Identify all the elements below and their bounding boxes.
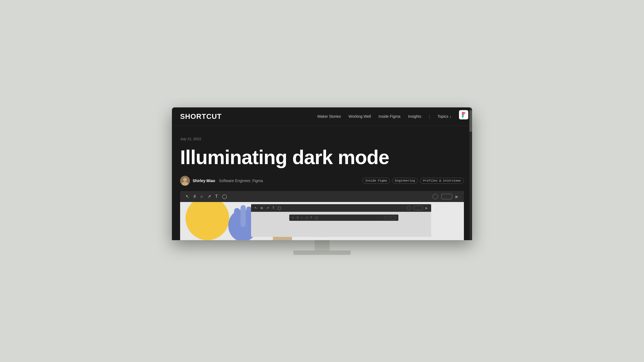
t2-select: ↖ <box>292 216 294 219</box>
author-row: Shirley Miao Software Engineer, Figma In… <box>180 176 464 186</box>
scrollbar-thumb[interactable] <box>469 110 472 132</box>
nav-maker-stories[interactable]: Maker Stories <box>317 114 341 119</box>
tag-inside-figma[interactable]: Inside Figma <box>362 178 390 184</box>
svg-rect-8 <box>246 206 251 227</box>
article-title: Illuminating dark mode <box>180 147 426 167</box>
monitor-wrapper: SHORTCUT Maker Stories Working Well Insi… <box>172 107 472 255</box>
t2-text: T <box>311 216 312 219</box>
toolbar-play-btn[interactable]: ▶ <box>455 194 458 199</box>
nested-tool-select: ↖ <box>254 206 257 210</box>
nested-circle-btn <box>407 206 411 210</box>
topics-label: Topics <box>437 114 448 119</box>
nested-tool-bubble: ◯ <box>278 206 281 210</box>
topics-arrow: ↓ <box>449 114 451 119</box>
nav-insights[interactable]: Insights <box>408 114 421 119</box>
author-info: Shirley Miao Software Engineer, Figma <box>180 176 263 186</box>
nested-play-btn: ▶ <box>425 206 428 210</box>
tool-grid[interactable]: # <box>193 194 196 199</box>
nested-toolbar-1: ↖ ⊕ ↗ T ◯ ▶ <box>251 204 431 212</box>
nested-tool-text: T <box>272 206 274 210</box>
figma-mockup: ↖ # ○ ↗ T ◯ ▶ <box>180 191 464 240</box>
site-logo[interactable]: SHORTCUT <box>180 112 222 121</box>
nested-canvas-1: ↖ # ○ ↗ T ◯ <box>251 212 431 237</box>
toolbar-tools-right: ▶ <box>433 194 458 199</box>
t2-circle: ○ <box>301 216 303 219</box>
tool-text[interactable]: T <box>215 194 218 199</box>
nav-inside-figma[interactable]: Inside Figma <box>378 114 400 119</box>
nested-tool-pen2: ↗ <box>266 206 269 210</box>
tag-engineering[interactable]: Engineering <box>392 178 418 184</box>
article-date: July 21, 2022 <box>180 137 464 141</box>
article-tags: Inside Figma Engineering Profiles & inte… <box>362 178 464 184</box>
tool-select[interactable]: ↖ <box>186 194 189 199</box>
nav-working-well[interactable]: Working Well <box>348 114 371 119</box>
author-name: Shirley Miao <box>193 179 215 183</box>
yellow-circle <box>186 202 229 240</box>
toolbar-rect-btn[interactable] <box>441 194 452 199</box>
tool-chat[interactable]: ◯ <box>222 194 227 199</box>
article-area: July 21, 2022 Illuminating dark mode Shi… <box>172 126 472 240</box>
tag-profiles-interviews[interactable]: Profiles & interviews <box>420 178 464 184</box>
figma-canvas: ↖ ⊕ ↗ T ◯ ▶ <box>180 202 464 240</box>
t2-bubble: ◯ <box>315 216 318 219</box>
tool-circle[interactable]: ○ <box>200 194 203 199</box>
svg-rect-6 <box>234 208 240 228</box>
toolbar-tools-left: ↖ # ○ ↗ T ◯ <box>186 194 227 199</box>
figma-nested-window-2: ↖ # ○ ↗ T ◯ <box>289 215 398 221</box>
tool-pen[interactable]: ↗ <box>207 194 211 199</box>
t2-pen: ↗ <box>306 216 308 219</box>
nested-toolbar-2: ↖ # ○ ↗ T ◯ <box>289 215 398 221</box>
figma-toolbar-outer: ↖ # ○ ↗ T ◯ ▶ <box>180 191 464 202</box>
svg-point-3 <box>183 178 187 182</box>
monitor-stand-base <box>293 251 351 255</box>
figma-app-icon <box>459 110 468 119</box>
nav-divider: | <box>429 114 430 119</box>
figma-nested-window-1: ↖ ⊕ ↗ T ◯ ▶ <box>251 204 431 237</box>
nested-tool-cross: ⊕ <box>260 206 263 210</box>
nav-right: Maker Stories Working Well Inside Figma … <box>317 113 464 120</box>
nav-topics-dropdown[interactable]: Topics ↓ <box>437 114 451 119</box>
t2-circle-btn <box>384 216 387 219</box>
monitor-stand-neck <box>315 240 330 251</box>
svg-rect-7 <box>240 205 246 227</box>
toolbar-circle-btn[interactable] <box>433 194 438 199</box>
monitor-screen: SHORTCUT Maker Stories Working Well Insi… <box>172 107 472 240</box>
t2-hash: # <box>297 216 299 219</box>
author-role: Software Engineer, Figma <box>219 179 263 183</box>
author-avatar <box>180 176 190 186</box>
nested-rect-btn <box>414 206 423 210</box>
t2-rect-btn <box>390 216 396 219</box>
scrollbar[interactable] <box>469 107 472 240</box>
header: SHORTCUT Maker Stories Working Well Insi… <box>172 107 472 126</box>
